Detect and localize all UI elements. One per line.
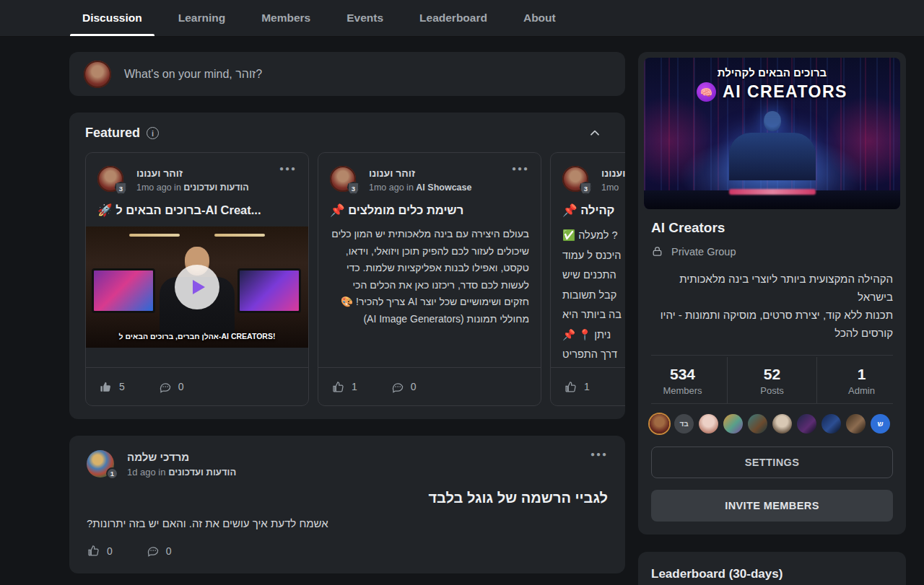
post-meta: 1d ago in הודעות ועדכונים [127, 467, 236, 478]
more-menu-icon[interactable]: ●●● [279, 164, 297, 172]
comment-button[interactable]: 0 [158, 380, 184, 394]
banner-group-name: AI CREATORS [723, 82, 847, 102]
featured-card-welcome[interactable]: 3 זוהר וענונו 1mo ago in הודעות ועדכונים… [85, 152, 309, 406]
member-avatar[interactable]: ש [871, 414, 890, 434]
member-avatar[interactable] [772, 414, 792, 434]
member-avatar[interactable] [723, 414, 743, 434]
divider [651, 355, 893, 356]
banner-keyboard-glow [729, 189, 816, 195]
thumbs-up-icon [99, 380, 113, 394]
member-avatar[interactable] [699, 414, 718, 434]
like-count: 1 [584, 381, 590, 392]
member-avatar[interactable] [846, 414, 866, 434]
thumbs-up-icon [331, 380, 345, 394]
info-icon[interactable]: i [147, 127, 159, 139]
play-button[interactable] [175, 265, 219, 309]
featured-card-community[interactable]: 3 זוהר וענונו 1mo 📌 קהילה ✅ למעלה ? היכנ… [550, 152, 625, 406]
more-menu-icon[interactable]: ●●● [512, 164, 529, 172]
invite-members-button[interactable]: INVITE MEMBERS [651, 490, 893, 522]
composer-placeholder[interactable]: What's on your mind, זוהר? [124, 68, 262, 81]
stat-admin[interactable]: 1 Admin [816, 357, 906, 403]
group-stats: 534 Members 52 Posts 1 Admin [638, 357, 906, 403]
level-badge: 1 [106, 467, 118, 480]
leaderboard-card: Leaderboard (30-days) [638, 552, 906, 585]
brain-icon: 🧠 [697, 82, 716, 102]
comment-icon [146, 544, 160, 558]
avatar[interactable]: 3 [562, 166, 588, 192]
feed-post[interactable]: 1 מרדכי שלמה 1d ago in הודעות ועדכונים ●… [69, 436, 625, 573]
comment-count: 0 [166, 545, 172, 557]
featured-card-tools[interactable]: 3 זוהר וענונו 1mo ago in AI Showcase ●●●… [318, 152, 541, 406]
member-avatars[interactable]: בד ש [638, 404, 906, 435]
member-avatar[interactable] [821, 414, 841, 434]
featured-section: Featured i 3 זוהר וענונו 1mo ag [69, 113, 625, 419]
group-banner-image: ברוכים הבאים לקהילת 🧠 AI CREATORS [644, 58, 900, 209]
member-avatar[interactable]: בד [674, 414, 694, 434]
group-description: הקהילה המקצועית ביותר ליוצרי בינה מלאכות… [651, 270, 893, 342]
comment-button[interactable]: 0 [146, 544, 172, 558]
main-feed: What's on your mind, זוהר? Featured i 3 [69, 52, 625, 585]
thumbs-up-icon [564, 380, 578, 394]
post-body: אשמח לדעת איך עושים את זה. והאם יש בזה י… [87, 517, 608, 529]
top-navbar: Discussion Learning Members Events Leade… [0, 0, 924, 37]
space-link[interactable]: הודעות ועדכונים [168, 467, 236, 478]
tab-learning[interactable]: Learning [166, 0, 237, 36]
like-count: 5 [119, 381, 125, 392]
post-title[interactable]: 🚀 ברוכים הבאים ל-AI Creat... [86, 203, 308, 217]
post-excerpt: בעולם היצירה עם בינה מלאכותית יש המון כל… [318, 226, 541, 363]
post-title[interactable]: 📌 רשימת כלים מומלצים [318, 203, 541, 217]
post-meta: 1mo ago in הודעות ועדכונים [136, 182, 249, 193]
like-button[interactable]: 1 [564, 380, 590, 394]
more-menu-icon[interactable]: ●●● [590, 450, 608, 458]
like-button[interactable]: 5 [99, 380, 125, 394]
settings-button[interactable]: SETTINGS [651, 447, 893, 478]
avatar[interactable]: 1 [87, 450, 114, 478]
level-badge: 3 [115, 182, 127, 195]
post-timestamp: 1mo ago in [369, 182, 414, 193]
group-info-card: ברוכים הבאים לקהילת 🧠 AI CREATORS AI Cre… [638, 52, 906, 535]
collapse-chevron-icon[interactable] [588, 126, 602, 141]
member-avatar[interactable] [748, 414, 767, 434]
avatar[interactable]: 3 [330, 166, 356, 192]
current-user-avatar[interactable] [84, 61, 111, 88]
comment-count: 0 [178, 381, 184, 392]
post-timestamp: 1mo ago in [136, 182, 181, 193]
like-button[interactable]: 0 [87, 544, 113, 558]
lock-icon [651, 245, 663, 258]
tab-discussion[interactable]: Discussion [70, 0, 154, 36]
stat-members[interactable]: 534 Members [638, 357, 727, 403]
member-avatar[interactable] [797, 414, 816, 434]
group-name: AI Creators [651, 220, 893, 236]
featured-title: Featured [85, 126, 140, 141]
post-excerpt: ✅ למעלה ? היכנס ל עמוד התכנים שיש קבל תש… [551, 226, 625, 363]
post-author[interactable]: זוהר וענונו [369, 167, 415, 179]
video-thumbnail[interactable]: אהלן חברים, ברוכים הבאים ל-AI CREATORS! [86, 226, 308, 348]
tab-about[interactable]: About [511, 0, 568, 36]
comment-button[interactable]: 0 [391, 380, 417, 394]
post-author[interactable]: מרדכי שלמה [127, 451, 189, 463]
post-title[interactable]: 📌 קהילה [551, 203, 625, 217]
space-link[interactable]: הודעות ועדכונים [183, 182, 248, 193]
comment-count: 0 [411, 381, 417, 392]
privacy-label: Private Group [671, 246, 736, 258]
thumbs-up-icon [87, 544, 100, 558]
tab-events[interactable]: Events [334, 0, 396, 36]
post-composer[interactable]: What's on your mind, זוהר? [69, 52, 625, 96]
like-count: 1 [352, 381, 357, 392]
level-badge: 3 [580, 182, 592, 195]
like-count: 0 [107, 545, 113, 557]
tab-leaderboard[interactable]: Leaderboard [407, 0, 500, 36]
like-button[interactable]: 1 [331, 380, 357, 394]
level-badge: 3 [347, 182, 359, 195]
member-avatar[interactable] [650, 414, 669, 434]
space-link[interactable]: AI Showcase [416, 182, 471, 193]
post-author[interactable]: זוהר וענונו [601, 167, 625, 179]
group-sidebar: ברוכים הבאים לקהילת 🧠 AI CREATORS AI Cre… [638, 52, 906, 585]
play-icon [193, 280, 205, 294]
post-author[interactable]: זוהר וענונו [136, 167, 183, 179]
avatar[interactable]: 3 [97, 166, 123, 192]
tab-members[interactable]: Members [249, 0, 323, 36]
video-caption: אהלן חברים, ברוכים הבאים ל-AI CREATORS! [86, 332, 308, 340]
post-title[interactable]: לגביי הרשמה של גוגל בלבד [87, 490, 608, 506]
stat-posts[interactable]: 52 Posts [727, 357, 816, 403]
